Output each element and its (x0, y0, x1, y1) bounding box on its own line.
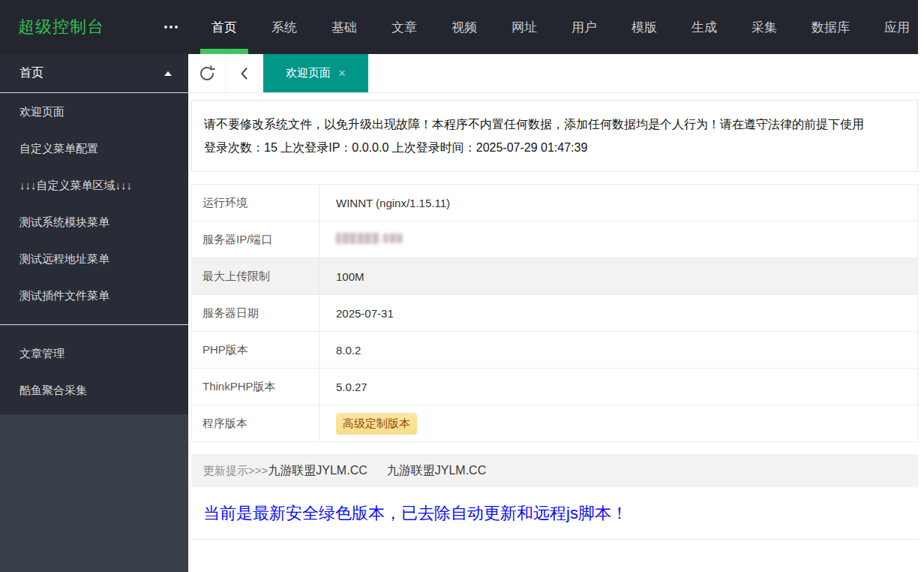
nav-item-home[interactable]: 首页 (200, 0, 248, 54)
viewport-edge (918, 0, 924, 572)
row-value: 100M (320, 258, 918, 295)
sidebar-group2: 文章管理 酷鱼聚合采集 (0, 325, 188, 414)
sidebar-nav: 首页 欢迎页面 自定义菜单配置 ↓↓↓自定义菜单区域↓↓↓ 测试系统模块菜单 测… (0, 54, 188, 414)
tab-welcome-page[interactable]: 欢迎页面 × (263, 54, 368, 92)
table-row: 最大上传限制 100M (192, 258, 918, 295)
nav-item-user[interactable]: 用户 (560, 0, 608, 54)
row-value: 5.0.27 (320, 369, 918, 405)
notice-panel: 请不要修改系统文件，以免升级出现故障！本程序不内置任何数据，添加任何数据均是个人… (191, 100, 918, 172)
top-bar: 超级控制台 首页 系统 基础 文章 视频 网址 用户 模版 生成 采集 数据库 … (0, 0, 918, 54)
row-value: WINNT (nginx/1.15.11) (320, 185, 918, 221)
status-line-block: 当前是最新安全绿色版本，已去除自动更新和远程js脚本！ (191, 487, 918, 540)
notice-line-1: 请不要修改系统文件，以免升级出现故障！本程序不内置任何数据，添加任何数据均是个人… (204, 113, 905, 136)
notice-line-2: 登录次数：15 上次登录IP：0.0.0.0 上次登录时间：2025-07-29… (204, 136, 905, 159)
sidebar-group-label: 首页 (20, 65, 44, 81)
row-label: 程序版本 (192, 405, 320, 442)
top-nav: 首页 系统 基础 文章 视频 网址 用户 模版 生成 采集 数据库 应用 (200, 0, 921, 54)
nav-item-article[interactable]: 文章 (380, 0, 428, 54)
sidebar-item-test-plugin-file[interactable]: 测试插件文件菜单 (0, 277, 188, 314)
status-message: 当前是最新安全绿色版本，已去除自动更新和远程js脚本！ (203, 504, 628, 522)
tab-close-icon[interactable]: × (338, 67, 346, 80)
update-link-1[interactable]: 九游联盟JYLM.CC (268, 463, 367, 479)
table-row: 程序版本 高级定制版本 (192, 405, 918, 442)
nav-item-collect[interactable]: 采集 (740, 0, 788, 54)
version-badge: 高级定制版本 (336, 413, 417, 435)
row-value: 2025-07-31 (320, 295, 918, 332)
row-label: 服务器日期 (192, 295, 320, 332)
update-notice-bar: 更新提示>>> 九游联盟JYLM.CC 九游联盟JYLM.CC (191, 454, 918, 487)
row-label: ThinkPHP版本 (192, 369, 320, 405)
content: 请不要修改系统文件，以免升级出现故障！本程序不内置任何数据，添加任何数据均是个人… (188, 93, 918, 540)
row-value: 8.0.2 (320, 332, 918, 369)
main-area: 欢迎页面 × 请不要修改系统文件，以免升级出现故障！本程序不内置任何数据，添加任… (188, 54, 918, 572)
row-value-redacted (320, 221, 918, 258)
redacted-ip-blur (336, 233, 403, 244)
update-link-2[interactable]: 九游联盟JYLM.CC (387, 463, 486, 479)
tab-label: 欢迎页面 (286, 66, 331, 80)
tab-bar: 欢迎页面 × (188, 54, 918, 93)
sidebar-item-test-system-module[interactable]: 测试系统模块菜单 (0, 203, 188, 240)
sidebar-item-custom-menu-area[interactable]: ↓↓↓自定义菜单区域↓↓↓ (0, 167, 188, 203)
refresh-icon (197, 64, 217, 83)
row-label: 最大上传限制 (192, 258, 320, 295)
nav-item-basic[interactable]: 基础 (320, 0, 368, 54)
row-label: 服务器IP/端口 (192, 221, 320, 258)
sidebar-item-test-remote-url[interactable]: 测试远程地址菜单 (0, 240, 188, 277)
row-value: 高级定制版本 (320, 405, 918, 442)
nav-item-video[interactable]: 视频 (440, 0, 488, 54)
collapse-arrow-icon (164, 71, 172, 76)
table-row: ThinkPHP版本 5.0.27 (192, 369, 918, 405)
nav-item-app[interactable]: 应用 (873, 0, 921, 54)
tab-scroll-left-button[interactable] (226, 54, 263, 92)
admin-console: 超级控制台 首页 系统 基础 文章 视频 网址 用户 模版 生成 采集 数据库 … (0, 0, 924, 572)
sidebar: 首页 欢迎页面 自定义菜单配置 ↓↓↓自定义菜单区域↓↓↓ 测试系统模块菜单 测… (0, 54, 188, 572)
app-title: 超级控制台 (18, 16, 104, 38)
more-icon[interactable] (161, 21, 181, 33)
chevron-left-icon (236, 65, 253, 82)
brand-area: 超级控制台 (0, 0, 188, 54)
nav-item-database[interactable]: 数据库 (800, 0, 861, 54)
nav-item-url[interactable]: 网址 (500, 0, 548, 54)
table-row: 服务器日期 2025-07-31 (192, 295, 918, 332)
sidebar-item-article-manage[interactable]: 文章管理 (0, 335, 188, 372)
update-prefix: 更新提示>>> (203, 464, 268, 478)
system-info-table: 运行环境 WINNT (nginx/1.15.11) 服务器IP/端口 最大上传… (191, 184, 918, 442)
table-row: 服务器IP/端口 (192, 221, 918, 258)
table-row: PHP版本 8.0.2 (192, 332, 918, 369)
sidebar-item-kuyu-collect[interactable]: 酷鱼聚合采集 (0, 372, 188, 408)
table-row: 运行环境 WINNT (nginx/1.15.11) (192, 185, 918, 221)
sidebar-group-home[interactable]: 首页 (0, 54, 188, 93)
nav-item-system[interactable]: 系统 (260, 0, 308, 54)
refresh-button[interactable] (188, 54, 226, 92)
sidebar-item-welcome[interactable]: 欢迎页面 (0, 93, 188, 130)
nav-item-template[interactable]: 模版 (620, 0, 668, 54)
row-label: PHP版本 (192, 332, 320, 369)
row-label: 运行环境 (192, 185, 320, 221)
nav-item-generate[interactable]: 生成 (680, 0, 728, 54)
sidebar-item-custom-menu-config[interactable]: 自定义菜单配置 (0, 130, 188, 167)
